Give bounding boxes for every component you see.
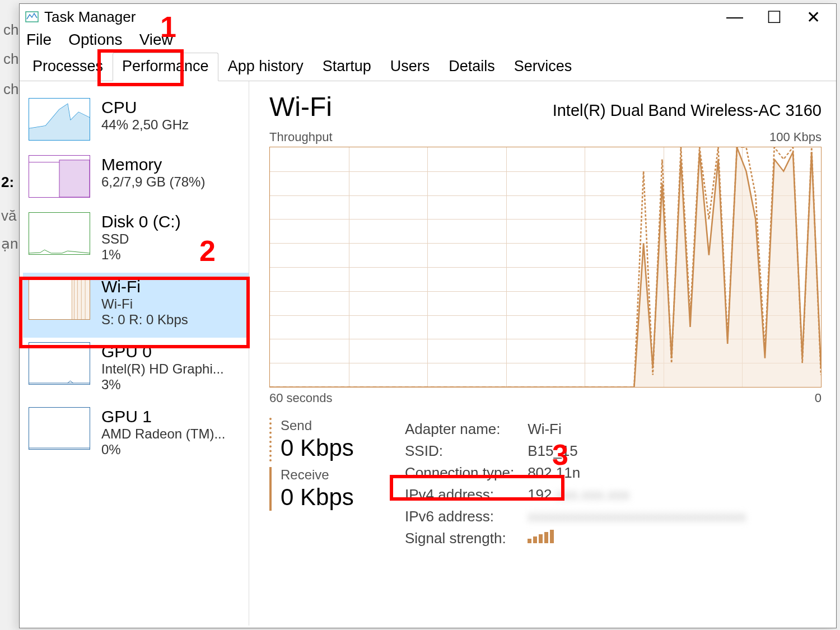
gpu-thumb-icon — [29, 407, 90, 450]
info-key: Connection type: — [405, 463, 526, 483]
chart-label-60s: 60 seconds — [269, 391, 333, 405]
sidebar-item-sub: AMD Radeon (TM)... 0% — [101, 426, 243, 458]
bg-text: ch — [3, 21, 18, 39]
info-key: Adapter name: — [405, 419, 526, 440]
sidebar-item-sub: Intel(R) HD Graphi... 3% — [101, 361, 243, 393]
sidebar-item-disk[interactable]: Disk 0 (C:) SSD 1% — [23, 208, 249, 273]
info-key: Signal strength: — [405, 528, 526, 549]
ipv6-redacted: xxxxxxxxxxxxxxxxxxxxxxxxxxxxxx — [528, 506, 746, 527]
send-value: 0 Kbps — [281, 435, 381, 461]
tab-services[interactable]: Services — [505, 53, 582, 81]
sidebar-item-label: Disk 0 (C:) — [101, 212, 243, 231]
tab-strip: Processes Performance App history Startu… — [20, 52, 836, 81]
sidebar-item-label: GPU 0 — [101, 342, 243, 361]
send-label: Send — [281, 418, 381, 433]
sidebar-item-sub: Wi-Fi S: 0 R: 0 Kbps — [101, 296, 243, 328]
svg-rect-2 — [59, 160, 90, 197]
disk-thumb-icon — [29, 212, 90, 255]
sidebar-item-label: Memory — [101, 155, 243, 174]
sidebar-item-gpu0[interactable]: GPU 0 Intel(R) HD Graphi... 3% — [23, 338, 249, 403]
info-key: SSID: — [405, 441, 526, 461]
titlebar[interactable]: Task Manager — ☐ ✕ — [20, 4, 836, 30]
chart-label-max: 100 Kbps — [769, 130, 822, 144]
cpu-thumb-icon — [29, 98, 90, 141]
tab-performance[interactable]: Performance — [113, 53, 218, 81]
throughput-chart — [269, 147, 822, 388]
info-val: 802.11n — [528, 463, 746, 483]
receive-value: 0 Kbps — [281, 484, 381, 511]
minimize-button[interactable]: — — [715, 4, 754, 30]
adapter-full-name: Intel(R) Dual Band Wireless-AC 3160 — [553, 101, 822, 120]
memory-thumb-icon — [29, 155, 90, 198]
info-val: Wi-Fi — [528, 419, 746, 440]
tab-processes[interactable]: Processes — [23, 53, 113, 81]
sidebar-item-label: CPU — [101, 98, 243, 117]
sidebar-item-memory[interactable]: Memory 6,2/7,9 GB (78%) — [23, 151, 249, 208]
task-manager-window: Task Manager — ☐ ✕ File Options View Pro… — [19, 3, 837, 628]
chart-label-zero: 0 — [815, 391, 822, 405]
info-key: IPv4 address: — [405, 484, 526, 505]
menu-options[interactable]: Options — [68, 31, 123, 49]
performance-sidebar: CPU 44% 2,50 GHz Memory 6,2/7,9 GB (78%) — [20, 81, 249, 626]
info-val: 192. — [528, 486, 556, 503]
signal-strength-icon — [528, 528, 746, 549]
sidebar-item-sub: 44% 2,50 GHz — [101, 117, 243, 133]
bg-text: ch — [3, 81, 18, 98]
tab-users[interactable]: Users — [381, 53, 440, 81]
bg-text: ch — [3, 50, 18, 68]
performance-main: Wi-Fi Intel(R) Dual Band Wireless-AC 316… — [249, 81, 836, 626]
window-title: Task Manager — [44, 8, 136, 26]
info-key: IPv6 address: — [405, 506, 526, 527]
receive-label: Receive — [281, 467, 381, 483]
sidebar-item-sub: SSD 1% — [101, 231, 243, 263]
sidebar-item-label: GPU 1 — [101, 407, 243, 426]
ipv4-redacted: xxx.xxx.xxx — [556, 486, 629, 503]
bg-text: vă — [1, 207, 16, 225]
sidebar-item-cpu[interactable]: CPU 44% 2,50 GHz — [23, 94, 249, 151]
tab-details[interactable]: Details — [439, 53, 505, 81]
sidebar-item-wifi[interactable]: Wi-Fi Wi-Fi S: 0 R: 0 Kbps — [23, 273, 249, 338]
svg-rect-9 — [71, 278, 90, 319]
tab-app-history[interactable]: App history — [218, 53, 313, 81]
wifi-thumb-icon — [29, 277, 90, 320]
bg-text: 2: — [1, 174, 14, 191]
page-title: Wi-Fi — [269, 91, 332, 122]
maximize-button[interactable]: ☐ — [754, 4, 794, 30]
menubar: File Options View — [20, 30, 836, 52]
close-button[interactable]: ✕ — [794, 4, 833, 30]
chart-label-throughput: Throughput — [269, 130, 333, 144]
menu-file[interactable]: File — [26, 31, 52, 49]
task-manager-icon — [25, 10, 39, 24]
sidebar-item-label: Wi-Fi — [101, 277, 243, 296]
gpu-thumb-icon — [29, 342, 90, 385]
menu-view[interactable]: View — [139, 31, 173, 49]
sidebar-item-sub: 6,2/7,9 GB (78%) — [101, 174, 243, 190]
bg-text: ạn — [1, 235, 18, 253]
info-val: B15_15 — [528, 441, 746, 461]
tab-startup[interactable]: Startup — [313, 53, 381, 81]
sidebar-item-gpu1[interactable]: GPU 1 AMD Radeon (TM)... 0% — [23, 403, 249, 468]
connection-info-table: Adapter name:Wi-Fi SSID:B15_15 Connectio… — [404, 418, 747, 550]
